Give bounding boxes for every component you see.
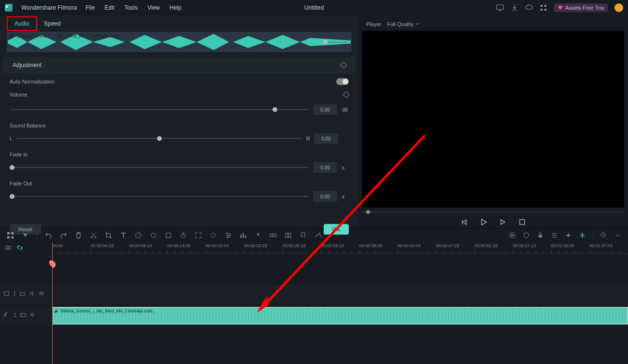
ruler-tick: 00:00:09:14 [129,243,152,248]
user-avatar[interactable] [614,3,623,12]
next-frame-button[interactable] [499,218,507,226]
menu-help[interactable]: Help [170,4,182,11]
svg-point-17 [226,233,228,234]
clip-name: Selena_Gomez_-_My_Mind_Me_CeeNaija.com_ [16,33,121,39]
grid-tool-icon[interactable] [7,232,14,239]
play-button[interactable] [480,218,487,226]
fullscreen-icon[interactable] [195,232,202,239]
cursor-tool-icon[interactable] [22,232,29,239]
assets-btn-label: Assets Free Tria [565,5,604,11]
quality-dropdown[interactable]: Full Quality [387,21,419,27]
undo-icon[interactable] [45,232,52,239]
audio-track-number: 1 [14,312,16,318]
equalizer-icon[interactable] [314,232,322,239]
svg-rect-20 [241,235,242,238]
effects-icon[interactable] [165,232,172,239]
adjustment-section-header[interactable]: Adjustment [3,57,356,73]
ruler-tick: 00:00:28:18 [283,243,306,248]
mute-icon[interactable] [29,291,35,296]
download-icon[interactable] [511,4,518,12]
menu-file[interactable]: File [86,4,95,11]
svg-rect-2 [541,5,542,7]
ruler-tick: 00:00:23:23 [244,243,267,248]
video-track[interactable]: 1 [0,285,628,304]
preview-scrubber[interactable] [362,211,624,212]
fade-in-slider[interactable] [10,167,308,168]
balance-left-label: L [10,136,13,141]
eye-icon[interactable] [39,291,44,296]
link-track-icon[interactable] [5,244,12,251]
snowflake-icon[interactable] [579,232,586,239]
adjust-icon[interactable] [225,232,232,239]
audio-track-icon [4,312,10,318]
delete-icon[interactable] [75,232,82,239]
ruler-tick: 00:01:07:03 [590,243,613,248]
text-icon[interactable] [120,232,127,239]
svg-rect-26 [288,233,291,238]
clip-waveform-preview[interactable]: Selena_Gomez_-_My_Mind_Me_CeeNaija.com_ [7,32,352,52]
svg-point-11 [91,236,93,238]
fade-out-value[interactable]: 0.00 [313,191,337,202]
keyframe-icon[interactable] [210,232,217,239]
menu-view[interactable]: View [147,4,160,11]
marker-icon[interactable] [300,232,307,239]
playhead[interactable] [52,242,53,364]
split-screen-icon[interactable] [285,232,292,239]
menu-edit[interactable]: Edit [105,4,115,11]
speed-icon[interactable] [135,232,142,239]
connect-icon[interactable] [270,232,277,239]
list-icon[interactable] [551,232,558,239]
chevron-down-icon [415,22,419,26]
fade-out-slider[interactable] [10,196,308,197]
svg-rect-4 [541,9,542,11]
crop-icon[interactable] [105,232,112,239]
snap-icon[interactable] [565,232,572,239]
folder-icon[interactable] [20,312,26,318]
audio-mixer-icon[interactable] [240,232,247,239]
svg-rect-9 [7,236,10,238]
keyframe-diamond-icon[interactable] [340,62,347,69]
balance-slider[interactable] [16,138,302,139]
mute-icon[interactable] [30,312,36,318]
prev-frame-button[interactable] [460,218,468,226]
timer-icon[interactable] [180,232,187,239]
assets-free-trial-button[interactable]: Assets Free Tria [554,3,608,12]
chain-icon[interactable] [16,244,23,251]
audio-track[interactable]: 1 Selena_Gomez_-_My_Mind_Me_CeeNaija.com… [0,306,628,325]
color-icon[interactable] [150,232,157,239]
timeline-ruler[interactable]: 00:0000:00:04:1900:00:09:1400:00:14:0900… [52,242,628,254]
svg-rect-23 [270,234,273,237]
app-logo-icon [5,4,13,12]
shield-icon[interactable] [523,232,530,239]
tab-speed[interactable]: Speed [37,17,68,30]
redo-icon[interactable] [60,232,67,239]
grid-icon[interactable] [540,4,547,12]
cut-icon[interactable] [90,232,97,239]
ok-button[interactable]: OK [324,224,349,235]
waveform-marker[interactable] [323,40,328,44]
magic-icon[interactable] [255,232,262,239]
mic-icon[interactable] [537,232,544,239]
cloud-icon[interactable] [525,4,533,12]
render-icon[interactable] [509,232,516,239]
svg-rect-32 [9,246,11,250]
zoom-out-icon[interactable] [600,232,607,239]
volume-slider[interactable] [10,109,308,110]
balance-value[interactable]: 0.00 [314,133,338,144]
folder-icon[interactable] [20,291,26,296]
preview-panel: Player Full Quality [358,15,628,228]
video-preview[interactable] [362,31,624,208]
menu-tools[interactable]: Tools [124,4,138,11]
display-icon[interactable] [496,4,504,12]
fade-in-value[interactable]: 0.00 [313,162,337,173]
tab-audio[interactable]: Audio [7,16,37,31]
audio-clip[interactable]: Selena_Gomez_-_My_Mind_Me_CeeNaija.com_ [52,307,628,324]
svg-rect-5 [544,9,546,11]
stop-button[interactable] [518,218,526,226]
chevron-down-icon[interactable] [614,232,621,239]
sound-balance-label: Sound Balance [10,123,349,128]
volume-value[interactable]: 0.00 [313,104,337,115]
auto-normalization-toggle[interactable] [336,78,349,85]
music-note-icon [10,34,14,39]
volume-keyframe-icon[interactable] [343,91,350,98]
